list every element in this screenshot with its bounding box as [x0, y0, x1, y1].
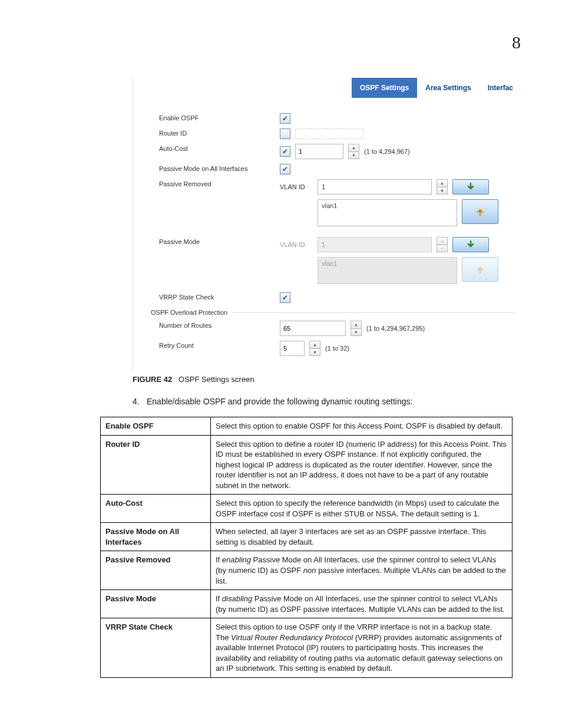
spinner-vlan-1[interactable]: ▲▼ — [437, 179, 448, 195]
down-arrow-icon — [467, 241, 475, 249]
tab-area-settings[interactable]: Area Settings — [417, 78, 479, 98]
term-cell: VRRP State Check — [101, 618, 211, 678]
definition-cell: If disabling Passive Mode on All Interfa… — [211, 590, 513, 618]
label-num-routes: Number of Routes — [151, 321, 280, 329]
label-vlan-id-2: VLAN ID — [280, 241, 313, 248]
list-passive-removed[interactable]: vlan1 — [318, 199, 457, 226]
label-enable-ospf: Enable OSPF — [151, 113, 280, 121]
term-cell: Passive Mode on All Interfaces — [101, 523, 211, 551]
add-vlan-button-1[interactable] — [452, 179, 489, 195]
definition-cell: Select this option to specify the refere… — [211, 495, 513, 523]
divider — [232, 312, 515, 313]
hint-auto-cost: (1 to 4,294,967) — [364, 148, 410, 155]
table-row: Passive ModeIf disabling Passive Mode on… — [101, 590, 513, 618]
tab-bar: OSPF Settings Area Settings Interfac — [133, 78, 521, 98]
input-vlan-id-2: 1 — [318, 237, 432, 252]
label-passive-mode: Passive Mode — [151, 237, 280, 245]
spinner-retry[interactable]: ▲▼ — [309, 341, 320, 356]
label-passive-removed: Passive Removed — [151, 179, 280, 187]
step-text: Enable/disable OSPF and provide the foll… — [147, 397, 412, 406]
table-row: Enable OSPFSelect this option to enable … — [101, 417, 513, 436]
definitions-table: Enable OSPFSelect this option to enable … — [100, 417, 513, 678]
label-retry: Retry Count — [151, 341, 280, 349]
step-4: 4.Enable/disable OSPF and provide the fo… — [133, 397, 521, 406]
table-row: Auto-CostSelect this option to specify t… — [101, 495, 513, 523]
input-num-routes[interactable] — [280, 321, 346, 336]
group-ospf-overload: OSPF Overload Protection — [151, 309, 227, 316]
term-cell: Passive Removed — [101, 551, 211, 590]
term-cell: Enable OSPF — [101, 417, 211, 436]
list-passive-mode: vlan1 — [318, 257, 457, 284]
definition-cell: Select this option to use OSPF only if t… — [211, 618, 513, 678]
spinner-vlan-2: ▲▼ — [437, 237, 448, 252]
term-cell: Passive Mode — [101, 590, 211, 618]
tab-interface[interactable]: Interfac — [480, 78, 521, 98]
definition-cell: When selected, all layer 3 interfaces ar… — [211, 523, 513, 551]
table-row: VRRP State CheckSelect this option to us… — [101, 618, 513, 678]
checkbox-enable-ospf[interactable]: ✔ — [280, 113, 290, 124]
label-router-id: Router ID — [151, 129, 280, 137]
label-vlan-id-1: VLAN ID — [280, 183, 313, 190]
add-vlan-button-2[interactable] — [452, 237, 489, 252]
figure-title: OSPF Settings screen — [178, 375, 254, 384]
definition-cell: Select this option to define a router ID… — [211, 435, 513, 495]
tab-ospf-settings[interactable]: OSPF Settings — [352, 78, 417, 98]
router-id-input[interactable]: ... — [295, 129, 363, 139]
remove-vlan-button-1[interactable] — [462, 199, 498, 224]
term-cell: Auto-Cost — [101, 495, 211, 523]
label-auto-cost: Auto-Cost — [151, 144, 280, 152]
figure-number: FIGURE 42 — [133, 375, 172, 384]
definition-cell: Select this option to enable OSPF for th… — [211, 417, 513, 436]
checkbox-vrrp[interactable]: ✔ — [280, 292, 290, 303]
checkbox-auto-cost[interactable]: ✔ — [280, 146, 290, 157]
remove-vlan-button-2 — [462, 257, 498, 282]
up-arrow-icon — [476, 207, 484, 216]
table-row: Passive RemovedIf enabling Passive Mode … — [101, 551, 513, 590]
term-cell: Router ID — [101, 435, 211, 495]
ospf-settings-screenshot: OSPF Settings Area Settings Interfac Ena… — [133, 78, 521, 371]
step-number: 4. — [133, 397, 147, 406]
hint-num-routes: (1 to 4,294,967,295) — [366, 325, 425, 332]
label-passive-all: Passive Mode on All Interfaces — [151, 164, 280, 172]
figure-caption: FIGURE 42 OSPF Settings screen — [133, 375, 521, 384]
spinner-num-routes[interactable]: ▲▼ — [351, 321, 362, 336]
input-vlan-id-1[interactable]: 1 — [318, 179, 432, 195]
checkbox-router-id[interactable] — [280, 129, 290, 139]
page-number: 8 — [512, 32, 521, 52]
definition-cell: If enabling Passive Mode on All Interfac… — [211, 551, 513, 590]
input-retry[interactable] — [280, 341, 305, 356]
hint-retry: (1 to 32) — [325, 345, 349, 352]
down-arrow-icon — [467, 183, 475, 191]
table-row: Passive Mode on All InterfacesWhen selec… — [101, 523, 513, 551]
up-arrow-icon — [476, 265, 484, 274]
label-vrrp: VRRP State Check — [151, 292, 280, 301]
spinner-auto-cost[interactable]: ▲▼ — [348, 144, 359, 159]
table-row: Router IDSelect this option to define a … — [101, 435, 513, 495]
checkbox-passive-all[interactable]: ✔ — [280, 164, 290, 174]
input-auto-cost[interactable] — [295, 144, 343, 159]
